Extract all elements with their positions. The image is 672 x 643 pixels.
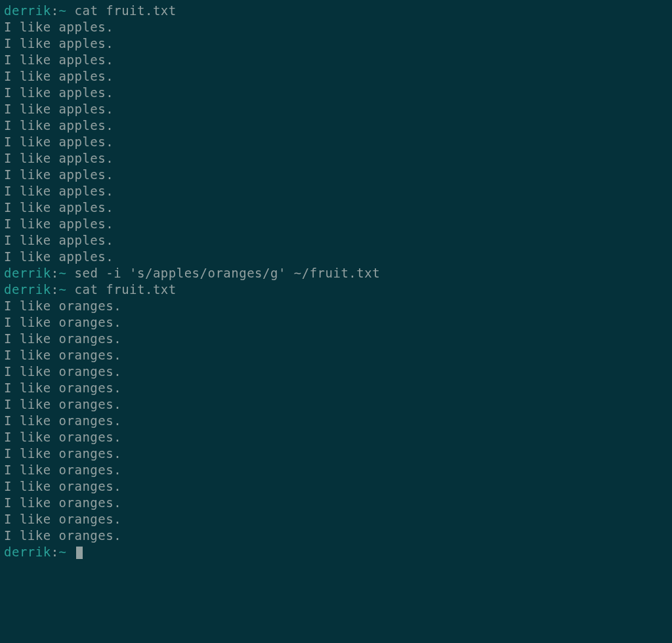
output-line: I like apples. — [4, 85, 668, 101]
terminal-window[interactable]: { "prompt": { "user": "derrik", "sep1": … — [0, 0, 672, 643]
output-line: I like oranges. — [4, 478, 668, 495]
command-text: cat fruit.txt — [75, 282, 177, 297]
active-prompt-line[interactable]: derrik:~ — [4, 544, 668, 560]
prompt-user: derrik — [4, 3, 51, 18]
output-line: I like oranges. — [4, 511, 668, 528]
output-line: I like apples. — [4, 68, 668, 85]
output-line: I like oranges. — [4, 495, 668, 511]
output-line: I like oranges. — [4, 314, 668, 331]
prompt-trailing-space — [67, 545, 75, 559]
output-line: I like apples. — [4, 19, 668, 35]
output-line: I like oranges. — [4, 429, 668, 446]
command-text: cat fruit.txt — [75, 3, 177, 18]
command-text: sed -i 's/apples/oranges/g' ~/fruit.txt — [75, 266, 381, 280]
prompt-path: ~ — [59, 266, 67, 280]
output-line: I like oranges. — [4, 446, 668, 462]
output-line: I like apples. — [4, 199, 668, 216]
prompt-user: derrik — [4, 545, 51, 559]
prompt-trailing-space — [67, 3, 75, 18]
output-line: I like apples. — [4, 167, 668, 183]
prompt-trailing-space — [67, 266, 75, 280]
prompt-path: ~ — [59, 282, 67, 297]
output-line: I like apples. — [4, 52, 668, 68]
prompt-path: ~ — [59, 3, 67, 18]
prompt-separator: : — [51, 545, 59, 559]
output-line: I like oranges. — [4, 396, 668, 413]
output-line: I like apples. — [4, 232, 668, 249]
prompt-user: derrik — [4, 266, 51, 280]
output-line: I like apples. — [4, 101, 668, 117]
output-line: I like oranges. — [4, 347, 668, 363]
prompt-separator: : — [51, 282, 59, 297]
command-line: derrik:~ cat fruit.txt — [4, 3, 668, 19]
output-line: I like apples. — [4, 134, 668, 150]
output-line: I like apples. — [4, 183, 668, 199]
output-line: I like oranges. — [4, 413, 668, 429]
command-line: derrik:~ sed -i 's/apples/oranges/g' ~/f… — [4, 265, 668, 281]
output-line: I like oranges. — [4, 380, 668, 396]
prompt-separator: : — [51, 266, 59, 280]
output-line: I like oranges. — [4, 363, 668, 380]
output-line: I like oranges. — [4, 331, 668, 347]
output-line: I like apples. — [4, 249, 668, 265]
output-line: I like apples. — [4, 216, 668, 232]
output-line: I like apples. — [4, 35, 668, 52]
output-line: I like oranges. — [4, 528, 668, 544]
output-line: I like oranges. — [4, 462, 668, 478]
output-line: I like apples. — [4, 150, 668, 167]
cursor-icon — [76, 547, 83, 559]
prompt-trailing-space — [67, 282, 75, 297]
prompt-path: ~ — [59, 545, 67, 559]
output-line: I like oranges. — [4, 298, 668, 314]
output-line: I like apples. — [4, 117, 668, 134]
prompt-user: derrik — [4, 282, 51, 297]
terminal-output-area[interactable]: derrik:~ cat fruit.txtI like apples.I li… — [4, 3, 668, 560]
command-line: derrik:~ cat fruit.txt — [4, 281, 668, 298]
prompt-separator: : — [51, 3, 59, 18]
